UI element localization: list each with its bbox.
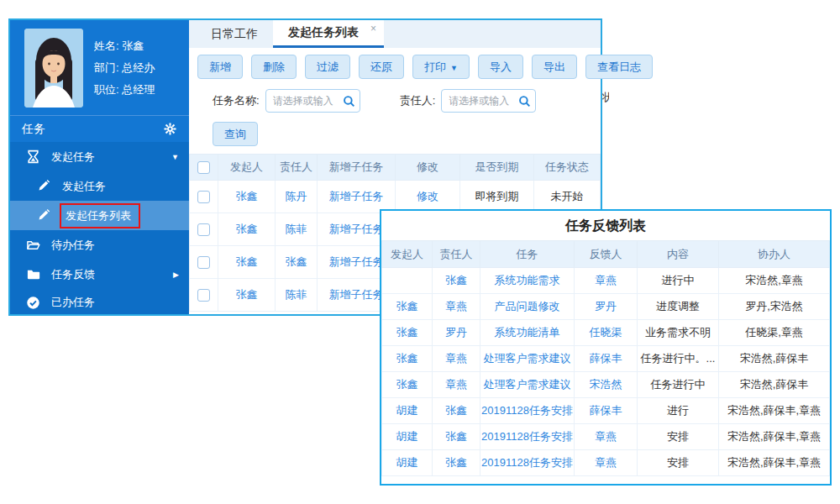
- cell-link[interactable]: 张鑫: [382, 294, 433, 320]
- select-all-checkbox[interactable]: [197, 161, 210, 174]
- cell-link[interactable]: 章燕: [433, 294, 480, 320]
- cell-link[interactable]: 张鑫: [382, 346, 433, 372]
- chevron-down-icon[interactable]: ▼: [171, 153, 179, 161]
- close-icon[interactable]: ×: [370, 23, 376, 34]
- table-row: 胡建张鑫20191128任务安排章燕安排宋浩然,薛保丰,章燕: [382, 450, 830, 476]
- export-button[interactable]: 导出: [532, 55, 577, 79]
- cell-link[interactable]: 20191128任务安排: [480, 398, 575, 424]
- cell-link[interactable]: 张鑫: [218, 181, 276, 213]
- row-checkbox-cell: [190, 246, 218, 279]
- table-row: 胡建张鑫20191128任务安排薛保丰进行宋浩然,薛保丰,章燕: [382, 398, 830, 424]
- filter-button[interactable]: 过滤: [305, 55, 350, 79]
- cell-link[interactable]: 产品问题修改: [480, 294, 575, 320]
- cell-link[interactable]: 20191128任务安排: [480, 424, 575, 450]
- table-row: 张鑫陈丹新增子任务修改即将到期未开始: [190, 181, 601, 213]
- row-checkbox[interactable]: [197, 289, 210, 302]
- tab-label: 发起任务列表: [288, 25, 359, 40]
- column-header: 发起人: [218, 155, 276, 181]
- cell-link[interactable]: 张鑫: [433, 398, 480, 424]
- cell-link[interactable]: 20191128任务安排: [480, 450, 575, 476]
- cell-link[interactable]: 胡建: [382, 450, 433, 476]
- table-header-row: 发起人责任人新增子任务修改是否到期任务状态: [190, 155, 601, 181]
- sidebar-item-initiate-task[interactable]: 发起任务: [10, 171, 189, 201]
- cell-link[interactable]: 薛保丰: [575, 346, 638, 372]
- cell-link[interactable]: 宋浩然: [575, 372, 638, 398]
- cell-text: 宋浩然,薛保丰: [719, 346, 830, 372]
- cell-link[interactable]: 章燕: [433, 372, 480, 398]
- delete-button[interactable]: 删除: [251, 55, 297, 79]
- tab-daily-work[interactable]: 日常工作: [196, 20, 273, 48]
- profile-department: 部门: 总经办: [94, 60, 155, 76]
- gear-icon[interactable]: [164, 123, 176, 135]
- cell-link[interactable]: 薛保丰: [575, 398, 638, 424]
- cell-text: 任晓渠,章燕: [719, 320, 830, 346]
- chevron-right-icon[interactable]: ▶: [173, 270, 179, 279]
- column-header: 任务状态: [534, 155, 601, 181]
- sidebar-item-todo-tasks[interactable]: 待办任务: [10, 230, 189, 260]
- row-checkbox[interactable]: [197, 223, 210, 236]
- owner-input[interactable]: 请选择或输入: [441, 89, 536, 113]
- cell-text: 即将到期: [460, 181, 534, 213]
- cell-link[interactable]: 张鑫: [433, 424, 480, 450]
- sidebar-item-initiate-task-list[interactable]: 发起任务列表: [10, 201, 189, 230]
- cell-text: 进行: [638, 398, 719, 424]
- add-button[interactable]: 新增: [197, 55, 243, 79]
- cell-link[interactable]: 张鑫: [218, 279, 276, 312]
- cell-link[interactable]: 胡建: [382, 398, 433, 424]
- cell-link[interactable]: 张鑫: [433, 450, 480, 476]
- cell-link[interactable]: 陈丹: [276, 181, 318, 213]
- cell-link[interactable]: 章燕: [575, 268, 638, 294]
- restore-button[interactable]: 还原: [359, 55, 404, 79]
- folder-icon: [26, 267, 40, 281]
- cell-link[interactable]: 陈菲: [276, 213, 318, 246]
- import-button[interactable]: 导入: [478, 55, 523, 79]
- cell-link[interactable]: 张鑫: [218, 246, 276, 279]
- cell-link[interactable]: 胡建: [382, 424, 433, 450]
- cell-link[interactable]: 系统功能清单: [480, 320, 575, 346]
- cell-link[interactable]: 罗丹: [575, 294, 638, 320]
- tab-label: 日常工作: [211, 27, 258, 42]
- cell-text: 宋浩然,薛保丰: [719, 372, 830, 398]
- cell-link[interactable]: 修改: [396, 181, 460, 213]
- cell-link[interactable]: 张鑫: [382, 320, 433, 346]
- cell-link[interactable]: 张鑫: [276, 246, 318, 279]
- cell-text: 安排: [638, 450, 719, 476]
- print-dropdown-button[interactable]: 打印▼: [412, 55, 470, 79]
- table-row: 张鑫系统功能需求章燕进行中宋浩然,章燕: [382, 268, 830, 294]
- cell-link[interactable]: 章燕: [575, 424, 638, 450]
- popup-title: 任务反馈列表: [381, 211, 830, 240]
- sidebar-item-label: 发起任务: [62, 179, 106, 194]
- cell-link[interactable]: 处理客户需求建议: [480, 372, 575, 398]
- search-icon[interactable]: [518, 95, 531, 108]
- view-log-button[interactable]: 查看日志: [585, 55, 653, 79]
- sidebar-item-done-tasks[interactable]: 已办任务: [10, 289, 189, 314]
- sidebar-item-task-feedback[interactable]: 任务反馈 ▶: [10, 260, 189, 289]
- row-checkbox[interactable]: [197, 191, 210, 203]
- sidebar-section-tasks[interactable]: 任务: [10, 116, 189, 142]
- cell-text: 罗丹,宋浩然: [719, 294, 830, 320]
- cell-link[interactable]: 张鑫: [433, 268, 480, 294]
- column-header: 任务: [480, 241, 575, 268]
- section-title: 任务: [22, 122, 45, 137]
- cell-link[interactable]: 罗丹: [433, 320, 480, 346]
- cell-link[interactable]: 陈菲: [276, 279, 318, 312]
- cell-text: 任务进行中。...: [638, 346, 719, 372]
- cell-link[interactable]: 章燕: [433, 346, 480, 372]
- sidebar-item-initiate-task-group[interactable]: 发起任务 ▼: [10, 142, 189, 171]
- tab-bar: 日常工作 发起任务列表 ×: [189, 20, 601, 48]
- row-checkbox[interactable]: [197, 256, 210, 269]
- avatar: [24, 29, 83, 108]
- column-header: 修改: [396, 155, 460, 181]
- cell-link[interactable]: 张鑫: [382, 372, 433, 398]
- highlight-red-box: 发起任务列表: [60, 203, 140, 228]
- tab-initiate-task-list[interactable]: 发起任务列表 ×: [273, 20, 384, 48]
- cell-link[interactable]: 新增子任务: [318, 181, 396, 213]
- cell-link[interactable]: 系统功能需求: [480, 268, 575, 294]
- cell-link[interactable]: 张鑫: [218, 213, 276, 246]
- cell-link[interactable]: 处理客户需求建议: [480, 346, 575, 372]
- cell-link[interactable]: 章燕: [575, 450, 638, 476]
- query-button[interactable]: 查询: [213, 122, 258, 146]
- task-name-input[interactable]: 请选择或输入: [265, 89, 360, 113]
- cell-link[interactable]: 任晓渠: [575, 320, 638, 346]
- search-icon[interactable]: [343, 95, 355, 108]
